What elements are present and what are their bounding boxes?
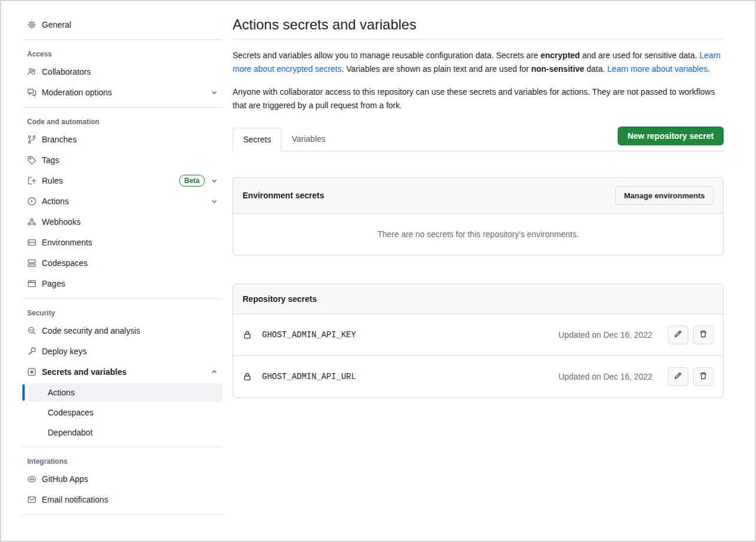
codespaces-icon [27,258,37,268]
edit-secret-button[interactable] [668,325,688,344]
webhook-icon [27,217,37,227]
chevron-down-icon [211,177,218,184]
collaborator-paragraph: Anyone with collaborator access to this … [233,85,724,112]
sidebar-section-access: Access [22,45,223,61]
sidebar-divider [22,107,223,108]
sidebar-item-tags[interactable]: Tags [22,149,223,170]
subnav-item-codespaces[interactable]: Codespaces [28,403,223,422]
sidebar-item-codespaces[interactable]: Codespaces [22,252,223,273]
subnav-item-label: Dependabot [48,428,92,437]
rules-icon [27,176,37,185]
tab-secrets[interactable]: Secrets [233,128,281,151]
sidebar-item-label: General [42,20,71,29]
tag-icon [27,155,37,165]
sidebar-item-label: GitHub Apps [42,474,88,484]
sidebar-item-label: Webhooks [42,217,81,227]
secret-name: GHOST_ADMIN_API_KEY [262,330,356,340]
chevron-up-icon [211,368,218,375]
pencil-icon [674,330,682,340]
intro-text: . Variables are shown as plain text and … [341,64,531,74]
secret-updated-date: Updated on Dec 16, 2022 [558,330,652,340]
sidebar-item-label: Collaborators [42,67,91,77]
sidebar-item-label: Actions [42,197,69,206]
secret-row: GHOST_ADMIN_API_URL Updated on Dec 16, 2… [233,355,723,397]
link-learn-variables[interactable]: Learn more about variables [607,64,707,74]
repository-secrets-panel: Repository secrets GHOST_ADMIN_API_KEY U… [233,284,724,398]
environment-secrets-header: Environment secrets Manage environments [233,178,723,214]
environment-secrets-empty-message: There are no secrets for this repository… [233,214,723,255]
chevron-down-icon [211,89,218,96]
main-content: Actions secrets and variables Secrets an… [233,1,724,541]
sidebar-item-label: Environments [42,238,92,247]
sidebar-item-label: Deploy keys [42,347,87,356]
sidebar-item-secrets-and-variables[interactable]: Secrets and variables [22,361,223,382]
sidebar-item-label: Moderation options [42,88,112,97]
sidebar-item-webhooks[interactable]: Webhooks [22,211,223,232]
sidebar-item-pages[interactable]: Pages [22,273,223,294]
hubot-icon [27,474,37,484]
sidebar-item-rules[interactable]: Rules Beta [22,170,223,191]
subnav-item-dependabot[interactable]: Dependabot [28,423,223,442]
gear-icon [27,20,37,29]
secrets-variables-tabs: Secrets Variables New repository secret [233,128,724,151]
subnav-item-actions[interactable]: Actions [28,383,223,402]
repository-secrets-title: Repository secrets [243,294,317,304]
sidebar-item-code-security[interactable]: Code security and analysis [22,320,223,341]
sidebar-item-label: Codespaces [42,258,88,268]
intro-paragraph: Secrets and variables allow you to manag… [233,49,724,76]
repository-secrets-header: Repository secrets [233,284,723,314]
asterisk-box-icon [27,367,37,377]
sidebar-item-github-apps[interactable]: GitHub Apps [22,468,223,489]
secret-updated-date: Updated on Dec 16, 2022 [558,372,652,381]
pencil-icon [674,371,682,382]
sidebar-item-branches[interactable]: Branches [22,129,223,149]
sidebar-item-moderation-options[interactable]: Moderation options [22,82,223,102]
sidebar-divider [22,447,223,447]
server-icon [27,238,37,247]
sidebar-item-deploy-keys[interactable]: Deploy keys [22,341,223,361]
settings-sidebar: General Access Collaborators Moderation … [22,1,223,541]
edit-secret-button[interactable] [668,367,688,386]
sidebar-divider [22,39,223,40]
sidebar-item-collaborators[interactable]: Collaborators [22,61,223,82]
sidebar-item-label: Tags [42,155,59,165]
sidebar-item-email-notifications[interactable]: Email notifications [22,489,223,510]
intro-text: data. [584,64,607,74]
environment-secrets-panel: Environment secrets Manage environments … [233,177,724,255]
intro-bold-non-sensitive: non-sensitive [531,64,584,74]
intro-bold-encrypted: encrypted [541,51,580,60]
sidebar-item-label: Pages [42,279,65,288]
sidebar-section-security: Security [22,304,223,320]
tab-variables[interactable]: Variables [281,128,335,151]
sidebar-item-general[interactable]: General [22,14,223,35]
secret-row-actions [668,367,714,386]
lock-icon [243,372,252,381]
delete-secret-button[interactable] [693,325,714,344]
play-icon [27,197,37,206]
beta-badge: Beta [179,175,205,187]
browser-icon [27,279,37,288]
git-branch-icon [27,135,37,144]
environment-secrets-title: Environment secrets [243,191,324,200]
secret-row-actions [668,325,714,344]
secrets-subnav: Actions Codespaces Dependabot [22,383,223,442]
sidebar-item-label: Code security and analysis [42,326,140,335]
sidebar-item-label: Branches [42,135,77,144]
comment-discussion-icon [27,88,37,97]
intro-text: Secrets and variables allow you to manag… [233,51,541,60]
sidebar-item-label: Email notifications [42,495,108,504]
sidebar-divider [22,298,223,299]
delete-secret-button[interactable] [693,367,714,386]
subnav-item-label: Codespaces [48,408,94,417]
sidebar-divider [22,514,223,515]
sidebar-item-environments[interactable]: Environments [22,232,223,252]
key-icon [27,347,37,356]
sidebar-item-label: Rules [42,176,63,185]
sidebar-item-actions[interactable]: Actions [22,191,223,211]
page-title: Actions secrets and variables [233,16,724,39]
secret-name: GHOST_ADMIN_API_URL [262,372,356,381]
lock-icon [243,330,252,340]
new-repository-secret-button[interactable]: New repository secret [618,127,724,145]
manage-environments-button[interactable]: Manage environments [615,186,714,205]
mail-icon [27,495,37,504]
